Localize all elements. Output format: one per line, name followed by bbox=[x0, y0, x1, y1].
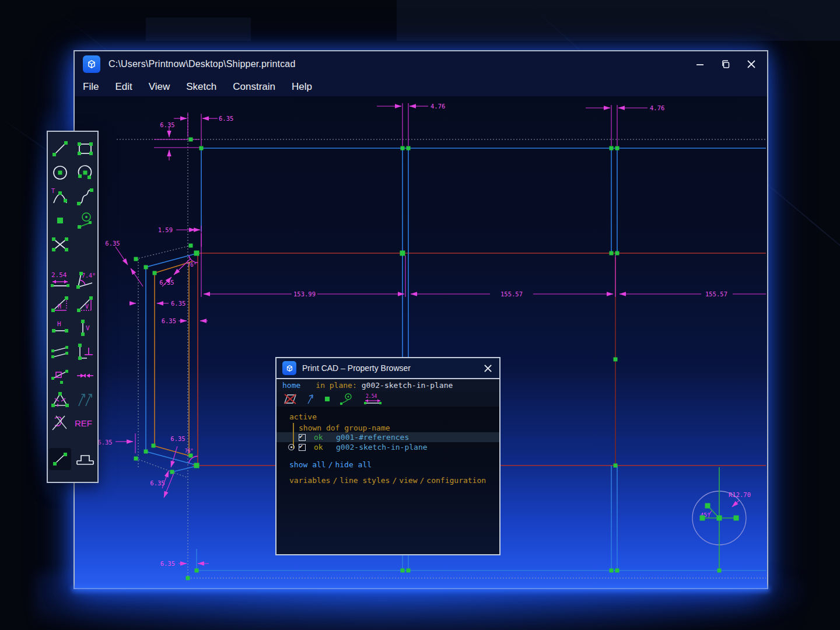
tool-perpendicular[interactable] bbox=[74, 341, 96, 363]
group-name[interactable]: g001-#references bbox=[336, 433, 409, 442]
variables-link[interactable]: variables bbox=[289, 476, 330, 485]
property-browser-toolbar: 2.54 bbox=[276, 391, 499, 407]
tool-spline[interactable] bbox=[74, 186, 96, 208]
tool-point-on-line[interactable] bbox=[49, 365, 71, 387]
symmetry-icon bbox=[75, 390, 95, 410]
tool-distance-vertical[interactable]: V bbox=[74, 293, 96, 315]
orange-sketch-lines bbox=[153, 261, 192, 456]
configuration-link[interactable]: configuration bbox=[426, 476, 486, 485]
close-button[interactable] bbox=[746, 59, 757, 69]
svg-text:6.35: 6.35 bbox=[170, 435, 185, 442]
tool-parallel[interactable] bbox=[49, 341, 71, 363]
point-on-line-icon bbox=[50, 366, 70, 386]
tool-line[interactable] bbox=[49, 138, 71, 160]
window-title: C:\Users\Printnow\Desktop\Shipper.printc… bbox=[108, 59, 296, 69]
shown-checkbox[interactable] bbox=[299, 444, 306, 451]
menu-help[interactable]: Help bbox=[292, 81, 312, 93]
config-links: variables/line styles/view/configuration bbox=[276, 476, 499, 485]
equal-icon bbox=[50, 390, 70, 410]
tool-distance-horizontal[interactable]: H bbox=[49, 293, 71, 315]
group-row-g002[interactable]: ok g002-sketch-in-plane bbox=[276, 442, 499, 452]
tool-constraint-horizontal[interactable]: H bbox=[49, 317, 71, 339]
svg-text:V: V bbox=[86, 324, 90, 332]
line-selected-icon bbox=[50, 449, 70, 469]
show-all-link[interactable]: show all bbox=[289, 460, 326, 469]
group-name[interactable]: g002-sketch-in-plane bbox=[336, 443, 428, 452]
tool-profile[interactable] bbox=[74, 448, 96, 470]
svg-text:R12.70: R12.70 bbox=[729, 491, 751, 498]
tool-datum-point[interactable] bbox=[74, 209, 96, 232]
tab-in-plane-label[interactable]: in plane: bbox=[316, 381, 356, 390]
coincident-icon bbox=[75, 366, 95, 386]
view-link[interactable]: view bbox=[399, 476, 417, 485]
menu-file[interactable]: File bbox=[83, 81, 99, 93]
line-icon bbox=[50, 139, 70, 159]
svg-text:6.35: 6.35 bbox=[162, 317, 176, 324]
svg-text:H: H bbox=[58, 303, 61, 310]
tool-equal[interactable] bbox=[49, 388, 71, 411]
menu-sketch[interactable]: Sketch bbox=[186, 81, 216, 93]
svg-text:6.35: 6.35 bbox=[160, 560, 175, 567]
tool-circle[interactable] bbox=[49, 162, 71, 184]
tool-rectangle[interactable] bbox=[74, 138, 96, 160]
dimension-angle-icon: 7.4° bbox=[75, 270, 96, 290]
tool-reference[interactable]: REF bbox=[74, 412, 96, 435]
group-row-g001[interactable]: ok g001-#references bbox=[276, 432, 499, 442]
property-browser-close-button[interactable] bbox=[482, 362, 494, 374]
tool-dimension-angle[interactable]: 7.4° bbox=[74, 269, 96, 291]
active-radio[interactable] bbox=[288, 444, 295, 450]
tool-tangent[interactable] bbox=[49, 412, 71, 435]
tab-home[interactable]: home bbox=[282, 381, 300, 390]
arc-icon bbox=[75, 163, 95, 183]
svg-text:V: V bbox=[85, 303, 89, 310]
spline-icon bbox=[75, 187, 95, 206]
tool-line-selected[interactable] bbox=[49, 448, 71, 470]
tool-conic[interactable]: T bbox=[49, 186, 71, 208]
constraint-vertical-icon: V bbox=[75, 318, 95, 338]
menu-view[interactable]: View bbox=[149, 81, 170, 93]
point-icon[interactable] bbox=[323, 393, 331, 405]
property-browser-titlebar[interactable]: Print CAD – Property Browser bbox=[276, 358, 499, 379]
app-logo-icon bbox=[282, 361, 296, 375]
parallel-icon bbox=[50, 342, 70, 362]
menu-constrain[interactable]: Constrain bbox=[233, 81, 275, 93]
tool-dimension-linear[interactable]: 2.54 bbox=[49, 269, 71, 291]
svg-text:155.57: 155.57 bbox=[501, 290, 523, 298]
rectangle-icon bbox=[75, 139, 95, 159]
backdrop-panel bbox=[146, 18, 251, 41]
menu-bar: File Edit View Sketch Constrain Help bbox=[75, 77, 767, 96]
normal-arrow-icon[interactable] bbox=[306, 393, 315, 405]
svg-text:4.76: 4.76 bbox=[430, 103, 445, 110]
title-bar[interactable]: C:\Users\Printnow\Desktop\Shipper.printc… bbox=[75, 51, 767, 77]
svg-text:4.76: 4.76 bbox=[650, 104, 664, 111]
svg-text:6.35: 6.35 bbox=[105, 240, 120, 247]
tangent-icon bbox=[50, 414, 70, 433]
tab-in-plane-value[interactable]: g002-sketch-in-plane bbox=[362, 381, 453, 390]
minimize-button[interactable] bbox=[695, 59, 705, 69]
line-styles-link[interactable]: line styles bbox=[340, 476, 390, 485]
svg-text:76°: 76° bbox=[185, 449, 193, 454]
distance-vertical-icon: V bbox=[75, 294, 95, 314]
tool-coincident[interactable] bbox=[74, 365, 96, 387]
dof-status: ok bbox=[314, 433, 336, 442]
show-hide-links: show all/hide all bbox=[276, 460, 499, 469]
tool-point[interactable] bbox=[49, 209, 71, 232]
tool-constraint-vertical[interactable]: V bbox=[74, 317, 96, 339]
restore-button[interactable] bbox=[720, 59, 731, 69]
delete-plane-icon[interactable] bbox=[284, 393, 298, 405]
tool-intersect[interactable] bbox=[49, 233, 71, 256]
shown-checkbox[interactable] bbox=[299, 434, 306, 441]
svg-text:6.35: 6.35 bbox=[171, 300, 186, 307]
datum-point-icon[interactable] bbox=[340, 393, 355, 405]
perpendicular-icon bbox=[75, 342, 95, 362]
hide-all-link[interactable]: hide all bbox=[335, 460, 372, 469]
svg-text:2.54: 2.54 bbox=[366, 394, 377, 399]
dimension-icon[interactable]: 2.54 bbox=[363, 393, 383, 405]
svg-text:6.35: 6.35 bbox=[219, 115, 233, 122]
intersect-icon bbox=[50, 235, 70, 254]
tool-symmetry[interactable] bbox=[74, 388, 96, 411]
property-browser-tabs: home in plane: g002-sketch-in-plane bbox=[276, 379, 499, 391]
menu-edit[interactable]: Edit bbox=[115, 81, 132, 93]
tool-arc[interactable] bbox=[74, 162, 96, 184]
dimension-linear-icon: 2.54 bbox=[50, 270, 71, 290]
